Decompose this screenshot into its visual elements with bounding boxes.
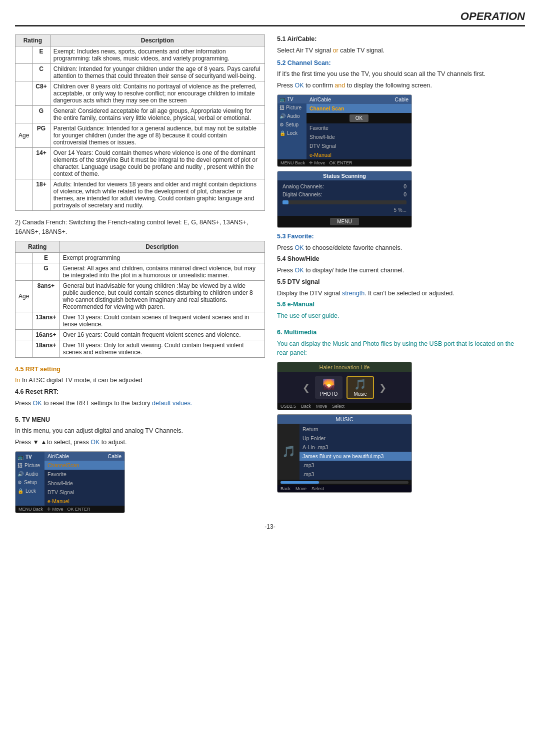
age-cell bbox=[16, 106, 32, 123]
s54-heading: 5.4 Show/Hide bbox=[277, 255, 320, 262]
menu-item-channelscan[interactable]: ChannelScan bbox=[44, 461, 124, 470]
haier-usb-label: USB2.5 bbox=[280, 404, 296, 409]
music-icon: 🎵 bbox=[354, 378, 366, 390]
footer-menu-label: MENU Back bbox=[18, 507, 43, 512]
menu-item-showhide[interactable]: Show/Hide bbox=[44, 479, 124, 488]
tv-menu-diagram: 📺 TV 🖼 Picture 🔊 Audio ⚙ bbox=[15, 451, 125, 513]
status-header: Status Scanning bbox=[278, 171, 412, 180]
aircable-sidebar-wrap: 📺 TV 🖼 Picture 🔊 Audio ⚙ Setup bbox=[278, 95, 412, 159]
music-item[interactable]: .mp3 bbox=[300, 461, 412, 470]
haier-icons: 🌄 PHOTO 🎵 Music bbox=[315, 376, 374, 399]
picture-icon-ac: 🖼 bbox=[280, 105, 284, 110]
age-cell bbox=[16, 81, 32, 106]
menu-item-emanuel[interactable]: e-Manuel bbox=[44, 497, 124, 506]
table-row: G General: Considered acceptable for all… bbox=[16, 106, 265, 123]
music-move-label: Move bbox=[296, 486, 306, 491]
age-cell bbox=[16, 340, 32, 357]
tv-menu-text2: Press ▼ ▲to select, press OK to adjust. bbox=[15, 438, 265, 447]
col-description-1: Description bbox=[50, 35, 264, 46]
rrt-45-heading: 4.5 RRT setting bbox=[15, 366, 60, 373]
haier-footer: USB2.5 Back Move Select bbox=[278, 403, 412, 410]
setup-icon: ⚙ bbox=[18, 480, 22, 485]
section-5-4: 5.4 Show/Hide Press OK to display/ hide … bbox=[277, 254, 525, 275]
rrt-ok-text: OK bbox=[32, 400, 42, 407]
tv-label-ac: TV bbox=[287, 96, 294, 102]
section-5-3: 5.3 Favorite: Press OK to choose/delete … bbox=[277, 232, 525, 253]
ac-item-emanuel[interactable]: e-Manual bbox=[306, 150, 412, 159]
canada-note: 2) Canada French: Switching the French-r… bbox=[15, 218, 265, 237]
setup-icon-ac: ⚙ bbox=[280, 122, 284, 127]
analog-label: Analog Channels: bbox=[282, 183, 324, 189]
ac-item-dtvsignal[interactable]: DTV Signal bbox=[306, 141, 412, 150]
rating-cell: C8+ bbox=[32, 81, 50, 106]
s6-heading: 6. Multimedia bbox=[277, 329, 316, 336]
description-cell: Over 16 years: Could contain frequent vi… bbox=[60, 329, 265, 340]
table-row: 14+ Over 14 Years: Could contain themes … bbox=[16, 148, 265, 179]
photo-icon: 🌄 bbox=[322, 378, 335, 390]
age-cell bbox=[16, 179, 32, 211]
menu-item-favorite[interactable]: Favorite bbox=[44, 470, 124, 479]
music-item[interactable]: Up Folder bbox=[300, 434, 412, 443]
age-cell bbox=[16, 252, 32, 263]
lock-icon-ac: 🔒 bbox=[280, 130, 286, 136]
age-cell bbox=[16, 46, 32, 64]
tv-menu-text1: In this menu, you can adjust digital and… bbox=[15, 426, 265, 436]
operation-title: OPERATION bbox=[460, 10, 525, 22]
rating-table-2: Rating Description E Exempt programming … bbox=[15, 241, 265, 358]
haier-diagram: Haier Innovation Life ❮ 🌄 PHOTO 🎵 Music … bbox=[277, 362, 412, 410]
music-header: MUSIC bbox=[278, 415, 412, 424]
age-cell bbox=[16, 64, 32, 81]
nav-left-button[interactable]: ❮ bbox=[302, 382, 310, 393]
age-cell: Age bbox=[16, 280, 32, 312]
rrt-45-text: In ATSC digital TV mode, it can be adjus… bbox=[22, 377, 142, 384]
s56-text: The use of user guide. bbox=[277, 312, 339, 319]
rating-cell: G bbox=[32, 106, 50, 123]
rating-cell: 13ans+ bbox=[32, 312, 60, 329]
col-rating-1: Rating bbox=[16, 35, 50, 46]
tv-menu-heading: 5. TV MENU bbox=[15, 416, 50, 423]
description-cell: Exempt: Includes news, sports, documents… bbox=[50, 46, 264, 64]
menu-item-dtvsignal[interactable]: DTV Signal bbox=[44, 488, 124, 497]
col-rating-2: Rating bbox=[16, 241, 60, 252]
nav-right-button[interactable]: ❯ bbox=[379, 382, 386, 393]
footer-move-label: ✛ Move bbox=[47, 507, 64, 512]
music-item[interactable]: Return bbox=[300, 425, 412, 434]
table-row: 16ans+ Over 16 years: Could contain freq… bbox=[16, 329, 265, 340]
age-cell bbox=[16, 263, 32, 280]
ac-item-favorite[interactable]: Favorite bbox=[306, 123, 412, 132]
progress-bar-fill bbox=[282, 200, 288, 204]
lock-icon: 🔒 bbox=[18, 488, 24, 494]
aircable-sidebar: 📺 TV 🖼 Picture 🔊 Audio ⚙ Setup bbox=[278, 95, 306, 159]
description-cell: General: All ages and children, contains… bbox=[60, 263, 265, 280]
rating-cell: C bbox=[32, 64, 50, 81]
s52-text2: Press OK to confirm and to display the f… bbox=[277, 81, 525, 90]
sidebar-icon-audio: 🔊 Audio bbox=[16, 470, 44, 478]
music-progress-fill bbox=[280, 481, 319, 484]
table-row: E Exempt: Includes news, sports, documen… bbox=[16, 46, 265, 64]
status-diagram: Status Scanning Analog Channels: 0 Digit… bbox=[277, 171, 412, 228]
right-column: 5.1 Air/Cable: Select Air TV signal or c… bbox=[277, 34, 525, 513]
photo-icon-box[interactable]: 🌄 PHOTO bbox=[315, 376, 342, 399]
music-item[interactable]: James Blunt-you are beautiful.mp3 bbox=[300, 452, 412, 461]
footer-ok-label: OK ENTER bbox=[68, 507, 90, 512]
digital-label: Digital Channels: bbox=[282, 191, 322, 197]
sidebar-setup-row: ⚙ Setup bbox=[278, 120, 306, 129]
ok-button[interactable]: OK bbox=[350, 114, 368, 122]
sidebar-audio-label: Audio bbox=[26, 471, 38, 477]
rrt-46-heading: 4.6 Reset RRT: bbox=[15, 388, 58, 395]
music-icon-box[interactable]: 🎵 Music bbox=[346, 376, 374, 399]
cable-label: Cable bbox=[108, 453, 122, 459]
music-list: ReturnUp FolderA-Lin-.mp3James Blunt-you… bbox=[300, 424, 412, 480]
table-row: 18+ Adults: Intended for viewers 18 year… bbox=[16, 179, 265, 211]
menu-button[interactable]: MENU bbox=[330, 218, 358, 225]
tv-menu-section: 5. TV MENU In this menu, you can adjust … bbox=[15, 415, 265, 513]
rating-cell: 14+ bbox=[32, 148, 50, 179]
music-progress-bar-row bbox=[278, 480, 412, 485]
sidebar-lock-label: Lock bbox=[26, 488, 36, 494]
music-item[interactable]: A-Lin-.mp3 bbox=[300, 443, 412, 452]
music-item[interactable]: .mp3 bbox=[300, 470, 412, 479]
description-cell: Children: Intended for younger children … bbox=[50, 64, 264, 81]
s52-heading: 5.2 Channel Scan: bbox=[277, 59, 331, 66]
ac-item-showhide[interactable]: Show/Hide bbox=[306, 132, 412, 141]
haier-move-label: Move bbox=[316, 404, 327, 409]
